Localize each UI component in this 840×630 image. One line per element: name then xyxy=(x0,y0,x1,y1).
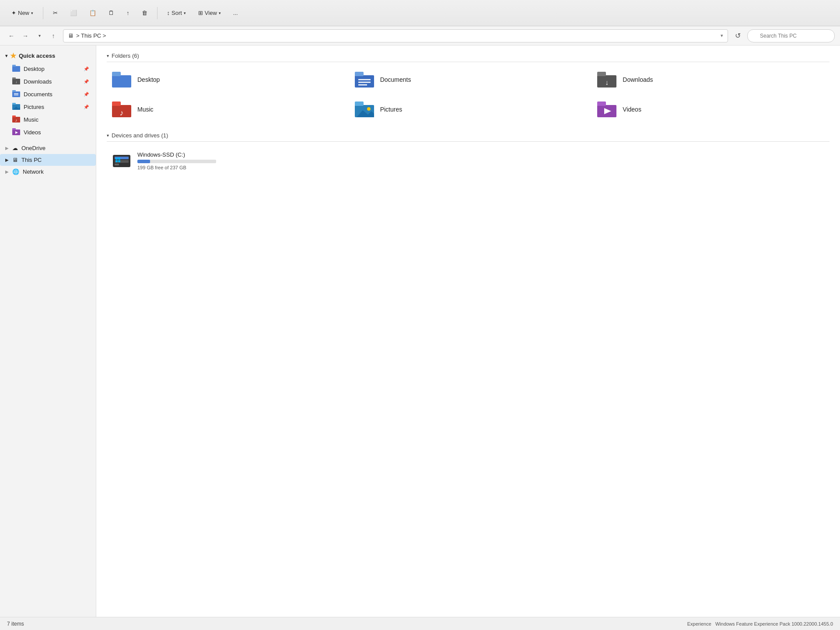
status-bar: 7 items Experience Windows Feature Exper… xyxy=(0,617,840,630)
svg-text:↓: ↓ xyxy=(605,79,609,86)
sidebar: ▾ ★ Quick access Desktop 📌 ↓ Downloads 📌… xyxy=(0,46,96,617)
paste-icon: 📋 xyxy=(89,10,96,16)
svg-rect-43 xyxy=(118,158,120,160)
folder-item-desktop[interactable]: Desktop xyxy=(107,67,344,92)
toolbar: ✦ New ▾ ✂ ⬜ 📋 🗒 ↑ 🗑 ↕ Sort ▾ ⊞ View ▾ ..… xyxy=(0,0,840,26)
up-button[interactable]: ↑ xyxy=(47,30,60,42)
sidebar-item-onedrive[interactable]: ▶ ☁ OneDrive xyxy=(0,142,96,154)
sidebar-music-label: Music xyxy=(24,116,38,123)
sidebar-item-pictures[interactable]: Pictures 📌 xyxy=(0,101,96,113)
drives-section-header[interactable]: ▾ Devices and drives (1) xyxy=(107,132,830,142)
drive-c-name: Windows-SSD (C:) xyxy=(137,151,242,158)
experience-label: Experience Windows Feature Experience Pa… xyxy=(687,621,833,626)
onedrive-icon: ☁ xyxy=(12,145,18,151)
documents-folder-icon-large xyxy=(354,71,375,88)
sidebar-quick-access-header[interactable]: ▾ ★ Quick access xyxy=(0,49,96,63)
address-input[interactable]: 🖥 > This PC > ▾ xyxy=(63,29,728,42)
svg-rect-44 xyxy=(116,160,118,162)
folder-downloads-label: Downloads xyxy=(623,76,653,83)
expand-thispc-icon: ▶ xyxy=(5,158,9,162)
folder-documents-label: Documents xyxy=(380,76,411,83)
cut-button[interactable]: ✂ xyxy=(49,7,62,19)
svg-rect-41 xyxy=(115,164,119,165)
svg-rect-19 xyxy=(112,72,121,76)
drives-section: Windows-SSD (C:) 199 GB free of 237 GB xyxy=(107,147,830,175)
rename-button[interactable]: 🗒 xyxy=(104,7,119,19)
folder-item-documents[interactable]: Documents xyxy=(350,67,587,92)
pin-icon-downloads: 📌 xyxy=(84,79,89,84)
sidebar-item-videos[interactable]: Videos xyxy=(0,126,96,139)
refresh-button[interactable]: ↺ xyxy=(732,30,744,42)
sidebar-downloads-label: Downloads xyxy=(24,78,52,85)
folders-section-label: Folders (6) xyxy=(112,52,139,59)
expand-onedrive-icon: ▶ xyxy=(5,146,9,150)
sort-chevron-icon: ▾ xyxy=(184,11,186,15)
sidebar-item-thispc[interactable]: ▶ 🖥 This PC xyxy=(0,154,96,166)
sidebar-item-music[interactable]: ♪ Music xyxy=(0,113,96,126)
sort-button[interactable]: ↕ Sort ▾ xyxy=(163,7,190,19)
dropdown-button[interactable]: ▾ xyxy=(33,30,46,42)
svg-rect-42 xyxy=(116,158,118,160)
expand-network-icon: ▶ xyxy=(5,169,9,174)
sidebar-item-desktop[interactable]: Desktop 📌 xyxy=(0,63,96,75)
folder-desktop-label: Desktop xyxy=(137,76,160,83)
star-icon: ★ xyxy=(10,52,16,60)
new-chevron-icon: ▾ xyxy=(31,11,33,15)
folders-grid: Desktop Documents xyxy=(107,67,830,122)
svg-point-34 xyxy=(367,107,371,111)
drives-section-label: Devices and drives (1) xyxy=(112,132,168,139)
pin-icon: 📌 xyxy=(84,66,89,71)
sort-icon: ↕ xyxy=(167,10,170,16)
sidebar-item-network[interactable]: ▶ 🌐 Network xyxy=(0,166,96,178)
folder-videos-label: Videos xyxy=(623,106,641,113)
folder-item-downloads[interactable]: ↓ Downloads xyxy=(592,67,830,92)
sidebar-item-downloads[interactable]: ↓ Downloads 📌 xyxy=(0,75,96,88)
paste-button[interactable]: 📋 xyxy=(85,7,101,19)
sidebar-videos-label: Videos xyxy=(24,129,41,136)
folders-chevron-icon: ▾ xyxy=(107,53,109,58)
desktop-folder-icon xyxy=(12,65,20,73)
videos-folder-icon-large xyxy=(596,101,617,118)
svg-rect-0 xyxy=(12,66,20,72)
experience-sub: Experience xyxy=(687,621,711,626)
separator-1 xyxy=(43,7,43,19)
videos-folder-icon xyxy=(12,128,20,136)
svg-text:↓: ↓ xyxy=(15,80,17,84)
folder-item-music[interactable]: ♪ Music xyxy=(107,97,344,122)
sort-label: Sort xyxy=(172,10,182,16)
folders-section-header[interactable]: ▾ Folders (6) xyxy=(107,52,830,62)
share-button[interactable]: ↑ xyxy=(122,7,134,19)
more-button[interactable]: ... xyxy=(229,7,242,19)
delete-button[interactable]: 🗑 xyxy=(137,7,152,19)
search-input[interactable] xyxy=(747,29,835,42)
address-bar: ← → ▾ ↑ 🖥 > This PC > ▾ ↺ 🔍 xyxy=(0,26,840,46)
svg-rect-16 xyxy=(12,128,16,130)
rename-icon: 🗒 xyxy=(108,10,114,16)
sidebar-pictures-label: Pictures xyxy=(24,104,44,110)
view-chevron-icon: ▾ xyxy=(219,11,221,15)
new-icon: ✦ xyxy=(11,10,16,16)
svg-rect-32 xyxy=(355,102,364,106)
folder-pictures-label: Pictures xyxy=(380,106,402,113)
search-wrapper: 🔍 xyxy=(747,29,835,42)
sidebar-item-documents[interactable]: Documents 📌 xyxy=(0,88,96,101)
view-button[interactable]: ⊞ View ▾ xyxy=(194,7,225,19)
network-label: Network xyxy=(23,168,44,175)
svg-rect-1 xyxy=(12,65,16,66)
trash-icon: 🗑 xyxy=(142,10,147,16)
drive-c-info: Windows-SSD (C:) 199 GB free of 237 GB xyxy=(137,151,242,170)
forward-button[interactable]: → xyxy=(19,30,32,42)
downloads-folder-icon: ↓ xyxy=(12,77,20,86)
new-button[interactable]: ✦ New ▾ xyxy=(7,7,38,19)
svg-rect-13 xyxy=(12,116,16,117)
folder-item-pictures[interactable]: Pictures xyxy=(350,97,587,122)
cut-icon: ✂ xyxy=(53,10,58,16)
back-button[interactable]: ← xyxy=(5,30,18,42)
pictures-folder-icon-large xyxy=(354,101,375,118)
copy-button[interactable]: ⬜ xyxy=(66,7,81,19)
drive-c-bar-fill xyxy=(137,160,150,163)
svg-rect-26 xyxy=(597,72,606,76)
svg-text:♪: ♪ xyxy=(120,108,124,117)
drive-item-c[interactable]: Windows-SSD (C:) 199 GB free of 237 GB xyxy=(107,147,247,175)
folder-item-videos[interactable]: Videos xyxy=(592,97,830,122)
